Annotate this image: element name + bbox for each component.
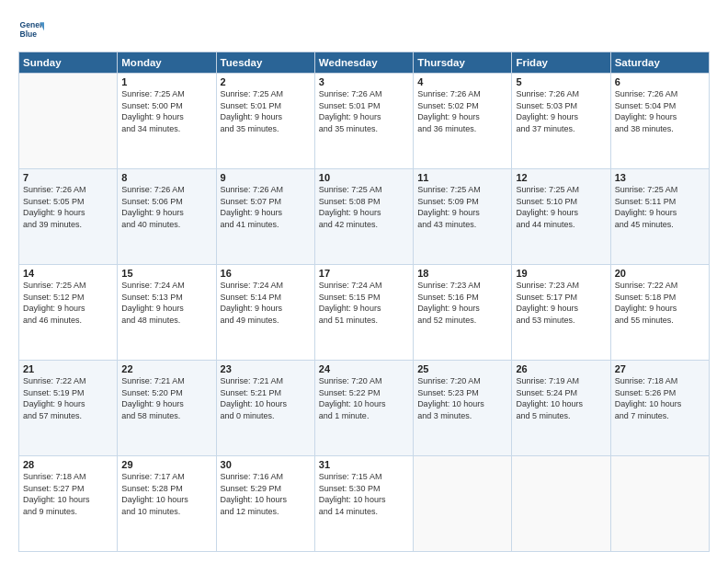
calendar-cell: 22Sunrise: 7:21 AM Sunset: 5:20 PM Dayli… [118,361,216,456]
day-number: 10 [319,172,409,183]
day-number: 19 [516,268,606,279]
day-number: 4 [417,76,507,87]
day-info: Sunrise: 7:26 AM Sunset: 5:02 PM Dayligh… [417,88,507,134]
calendar-cell: 16Sunrise: 7:24 AM Sunset: 5:14 PM Dayli… [216,265,314,361]
day-info: Sunrise: 7:26 AM Sunset: 5:06 PM Dayligh… [121,184,211,230]
calendar-cell: 31Sunrise: 7:15 AM Sunset: 5:30 PM Dayli… [314,456,413,552]
day-number: 23 [221,363,311,374]
calendar-header-thursday: Thursday [414,52,512,74]
day-number: 29 [121,459,211,470]
day-number: 18 [417,268,507,279]
calendar-cell: 14Sunrise: 7:25 AM Sunset: 5:12 PM Dayli… [19,265,118,361]
calendar-cell: 13Sunrise: 7:25 AM Sunset: 5:11 PM Dayli… [610,169,709,265]
day-info: Sunrise: 7:26 AM Sunset: 5:04 PM Dayligh… [615,88,705,134]
calendar-cell: 20Sunrise: 7:22 AM Sunset: 5:18 PM Dayli… [610,265,709,361]
day-info: Sunrise: 7:24 AM Sunset: 5:15 PM Dayligh… [319,280,409,326]
calendar-cell: 6Sunrise: 7:26 AM Sunset: 5:04 PM Daylig… [610,74,709,169]
svg-text:Blue: Blue [20,29,38,39]
day-info: Sunrise: 7:25 AM Sunset: 5:08 PM Dayligh… [319,184,409,230]
day-number: 20 [615,268,705,279]
day-number: 31 [319,459,409,470]
calendar-header-sunday: Sunday [19,52,118,74]
day-info: Sunrise: 7:25 AM Sunset: 5:01 PM Dayligh… [221,88,311,134]
calendar-cell: 28Sunrise: 7:18 AM Sunset: 5:27 PM Dayli… [19,456,118,552]
calendar-cell: 23Sunrise: 7:21 AM Sunset: 5:21 PM Dayli… [216,361,314,456]
day-number: 9 [221,172,311,183]
calendar-cell: 30Sunrise: 7:16 AM Sunset: 5:29 PM Dayli… [216,456,314,552]
day-number: 7 [23,172,113,183]
day-number: 3 [319,76,409,87]
day-info: Sunrise: 7:16 AM Sunset: 5:29 PM Dayligh… [221,471,311,517]
day-info: Sunrise: 7:18 AM Sunset: 5:27 PM Dayligh… [23,471,113,517]
day-info: Sunrise: 7:20 AM Sunset: 5:22 PM Dayligh… [319,375,409,421]
day-info: Sunrise: 7:26 AM Sunset: 5:01 PM Dayligh… [319,88,409,134]
day-info: Sunrise: 7:23 AM Sunset: 5:16 PM Dayligh… [417,280,507,326]
calendar-week-row: 7Sunrise: 7:26 AM Sunset: 5:05 PM Daylig… [19,169,710,265]
calendar-header-row: SundayMondayTuesdayWednesdayThursdayFrid… [19,52,710,74]
day-info: Sunrise: 7:15 AM Sunset: 5:30 PM Dayligh… [319,471,409,517]
day-number: 11 [417,172,507,183]
calendar-week-row: 28Sunrise: 7:18 AM Sunset: 5:27 PM Dayli… [19,456,710,552]
day-number: 24 [319,363,409,374]
day-number: 26 [516,363,606,374]
day-number: 13 [615,172,705,183]
calendar-week-row: 1Sunrise: 7:25 AM Sunset: 5:00 PM Daylig… [19,74,710,169]
calendar-week-row: 14Sunrise: 7:25 AM Sunset: 5:12 PM Dayli… [19,265,710,361]
calendar-header-wednesday: Wednesday [314,52,413,74]
day-number: 8 [121,172,211,183]
day-info: Sunrise: 7:26 AM Sunset: 5:07 PM Dayligh… [221,184,311,230]
day-info: Sunrise: 7:24 AM Sunset: 5:14 PM Dayligh… [221,280,311,326]
day-info: Sunrise: 7:24 AM Sunset: 5:13 PM Dayligh… [121,280,211,326]
calendar-table: SundayMondayTuesdayWednesdayThursdayFrid… [18,52,710,552]
calendar-cell [512,456,610,552]
calendar-header-monday: Monday [118,52,216,74]
calendar-cell [414,456,512,552]
calendar-cell: 29Sunrise: 7:17 AM Sunset: 5:28 PM Dayli… [118,456,216,552]
day-info: Sunrise: 7:21 AM Sunset: 5:20 PM Dayligh… [121,375,211,421]
day-info: Sunrise: 7:25 AM Sunset: 5:10 PM Dayligh… [516,184,606,230]
day-info: Sunrise: 7:25 AM Sunset: 5:12 PM Dayligh… [23,280,113,326]
day-number: 30 [221,459,311,470]
calendar-cell: 17Sunrise: 7:24 AM Sunset: 5:15 PM Dayli… [314,265,413,361]
day-number: 25 [417,363,507,374]
day-info: Sunrise: 7:25 AM Sunset: 5:09 PM Dayligh… [417,184,507,230]
calendar-cell: 3Sunrise: 7:26 AM Sunset: 5:01 PM Daylig… [314,74,413,169]
calendar-cell: 25Sunrise: 7:20 AM Sunset: 5:23 PM Dayli… [414,361,512,456]
calendar-cell: 2Sunrise: 7:25 AM Sunset: 5:01 PM Daylig… [216,74,314,169]
calendar-cell: 19Sunrise: 7:23 AM Sunset: 5:17 PM Dayli… [512,265,610,361]
calendar-cell: 7Sunrise: 7:26 AM Sunset: 5:05 PM Daylig… [19,169,118,265]
day-info: Sunrise: 7:22 AM Sunset: 5:18 PM Dayligh… [615,280,705,326]
day-number: 6 [615,76,705,87]
calendar-cell [19,74,118,169]
day-number: 16 [221,268,311,279]
calendar-cell: 11Sunrise: 7:25 AM Sunset: 5:09 PM Dayli… [414,169,512,265]
general-blue-icon: General Blue [18,17,44,42]
calendar-cell: 9Sunrise: 7:26 AM Sunset: 5:07 PM Daylig… [216,169,314,265]
calendar-cell: 1Sunrise: 7:25 AM Sunset: 5:00 PM Daylig… [118,74,216,169]
svg-text:General: General [20,20,44,29]
calendar-header-tuesday: Tuesday [216,52,314,74]
day-number: 27 [615,363,705,374]
day-number: 15 [121,268,211,279]
day-info: Sunrise: 7:26 AM Sunset: 5:05 PM Dayligh… [23,184,113,230]
day-info: Sunrise: 7:22 AM Sunset: 5:19 PM Dayligh… [23,375,113,421]
day-number: 22 [121,363,211,374]
day-info: Sunrise: 7:19 AM Sunset: 5:24 PM Dayligh… [516,375,606,421]
day-info: Sunrise: 7:26 AM Sunset: 5:03 PM Dayligh… [516,88,606,134]
day-info: Sunrise: 7:18 AM Sunset: 5:26 PM Dayligh… [615,375,705,421]
calendar-header-friday: Friday [512,52,610,74]
calendar-cell: 18Sunrise: 7:23 AM Sunset: 5:16 PM Dayli… [414,265,512,361]
day-info: Sunrise: 7:21 AM Sunset: 5:21 PM Dayligh… [221,375,311,421]
day-info: Sunrise: 7:20 AM Sunset: 5:23 PM Dayligh… [417,375,507,421]
day-number: 17 [319,268,409,279]
calendar-cell: 5Sunrise: 7:26 AM Sunset: 5:03 PM Daylig… [512,74,610,169]
calendar-cell: 12Sunrise: 7:25 AM Sunset: 5:10 PM Dayli… [512,169,610,265]
calendar-cell: 15Sunrise: 7:24 AM Sunset: 5:13 PM Dayli… [118,265,216,361]
calendar-cell: 8Sunrise: 7:26 AM Sunset: 5:06 PM Daylig… [118,169,216,265]
day-info: Sunrise: 7:25 AM Sunset: 5:11 PM Dayligh… [615,184,705,230]
day-number: 12 [516,172,606,183]
day-number: 14 [23,268,113,279]
day-info: Sunrise: 7:17 AM Sunset: 5:28 PM Dayligh… [121,471,211,517]
calendar-week-row: 21Sunrise: 7:22 AM Sunset: 5:19 PM Dayli… [19,361,710,456]
calendar-cell: 27Sunrise: 7:18 AM Sunset: 5:26 PM Dayli… [610,361,709,456]
